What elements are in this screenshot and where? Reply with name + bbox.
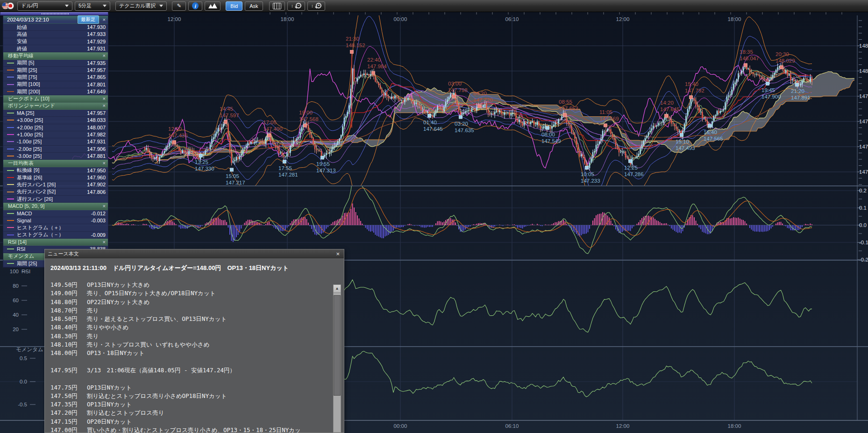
close-icon[interactable]: × xyxy=(103,204,106,209)
peak-annotation: 20:30 xyxy=(776,51,789,57)
order-price: 148.00円 xyxy=(50,349,87,358)
ask-button[interactable]: Ask xyxy=(245,1,263,11)
close-icon[interactable]: × xyxy=(103,17,106,22)
draw-tool-button[interactable]: ✎ xyxy=(172,1,186,11)
news-scrollbar[interactable]: ▲ xyxy=(333,284,341,433)
close-icon[interactable]: × xyxy=(103,240,106,245)
rsi-axis-label: 40 xyxy=(13,312,19,318)
indicator-label: 先行スパン1 [26] xyxy=(17,181,87,188)
time-axis-label-top: 12:00 xyxy=(616,16,630,22)
peak-annotation: 22:40 xyxy=(367,57,381,63)
close-icon[interactable]: × xyxy=(103,103,106,108)
line-color-swatch xyxy=(7,234,14,235)
peak-annotation: 21:30 xyxy=(346,36,359,42)
time-axis-label-bottom: 00:00 xyxy=(394,423,407,429)
peak-annotation: 147.490 xyxy=(263,126,283,132)
bottom-annotation: 147.313 xyxy=(316,168,336,173)
bottom-annotation: 10:05 xyxy=(581,171,594,177)
time-axis-label-bottom: 18:00 xyxy=(728,423,741,429)
momentum-axis-label: 0.0 xyxy=(20,379,27,384)
bottom-annotation: 147.281 xyxy=(278,172,298,177)
close-icon[interactable]: × xyxy=(103,96,106,101)
indicator-label: 先行スパン2 [52] xyxy=(17,188,87,195)
line-color-swatch xyxy=(7,248,14,249)
indicator-row: 期間 [25]147.957 xyxy=(3,67,108,74)
peak-marker xyxy=(690,96,693,99)
indicator-label: 遅行スパン [26] xyxy=(17,196,106,203)
bottom-marker xyxy=(585,166,589,170)
pencil-icon: ✎ xyxy=(177,3,181,9)
indicator-label: -1.00σ [25] xyxy=(17,139,87,144)
order-price: 148.40円 xyxy=(50,324,87,332)
line-color-swatch xyxy=(7,199,14,199)
indicator-value: 147.929 xyxy=(87,39,106,44)
bottom-annotation: 147.645 xyxy=(423,126,443,132)
chart-style-button[interactable] xyxy=(205,1,221,11)
peak-annotation: 148.047 xyxy=(740,56,759,61)
tick-chart-button[interactable] xyxy=(269,1,285,11)
chevron-down-icon xyxy=(159,5,163,7)
close-icon[interactable]: × xyxy=(103,53,106,58)
indicator-row: 転換線 [9]147.950 xyxy=(3,167,108,174)
peak-marker xyxy=(224,120,228,123)
news-order-line: 148.30円売り xyxy=(50,333,329,341)
indicator-value: -0.003 xyxy=(91,218,106,223)
indicator-label: +3.00σ [25] xyxy=(17,117,87,123)
bid-button[interactable]: Bid xyxy=(226,1,242,11)
pair-select[interactable]: ドル/円 xyxy=(17,1,72,11)
zoom-in-button[interactable]: ↕ + xyxy=(307,1,325,11)
bottom-marker xyxy=(708,124,711,128)
price-axis-label: 147. xyxy=(859,144,868,149)
ask-label: Ask xyxy=(249,3,258,9)
bottom-annotation: 147.549 xyxy=(541,138,561,144)
news-order-line: 147.20円割り込むとストップロス売り xyxy=(50,409,329,418)
timeframe-select[interactable]: 5分足 xyxy=(75,1,110,11)
time-axis-label-bottom: 12:00 xyxy=(616,423,630,429)
peak-marker xyxy=(563,113,567,116)
close-icon[interactable]: × xyxy=(334,251,341,257)
bottom-annotation: 01:40 xyxy=(423,120,437,125)
price-axis-label: 148. xyxy=(859,68,868,74)
close-icon[interactable]: × xyxy=(103,161,106,166)
technical-select-button[interactable]: テクニカル選択 xyxy=(115,1,167,11)
order-desc: OP22日NYカット大きめ xyxy=(87,298,149,307)
indicator-row: 先行スパン2 [52]147.806 xyxy=(3,189,108,196)
peak-annotation: 147.720 xyxy=(473,97,493,103)
order-price: 148.30円 xyxy=(50,333,87,341)
zoom-out-button[interactable]: ↕ − xyxy=(287,1,305,11)
scrollbar-thumb[interactable] xyxy=(334,295,341,396)
peak-annotation: 11:05 xyxy=(599,109,612,115)
scroll-up-icon[interactable]: ▲ xyxy=(334,285,341,293)
indicator-row: Signal-0.003 xyxy=(3,217,108,224)
indicator-row: MACD-0.012 xyxy=(3,210,108,217)
order-desc: OP13・18日NYカット xyxy=(87,349,145,358)
macd-axis-label: 0.1 xyxy=(859,205,867,211)
line-color-swatch xyxy=(7,77,14,78)
toolbar: ドル/円 5分足 テクニカル選択 ✎ i Bid Ask ↕ − ↕ + xyxy=(0,0,868,12)
indicator-row: 期間 [5]147.935 xyxy=(3,60,108,67)
bid-label: Bid xyxy=(230,3,238,9)
indicator-value: 147.933 xyxy=(87,31,106,37)
macd-axis-label: -0.1 xyxy=(859,240,868,245)
panel-drag-bar[interactable] xyxy=(0,12,108,15)
peak-annotation: 147.653 xyxy=(559,106,578,111)
order-price: 149.50円 xyxy=(50,281,87,290)
indicator-row: +2.00σ [25]148.007 xyxy=(3,124,108,131)
bottom-annotation: 19:55 xyxy=(316,161,330,167)
drag-grip-icon xyxy=(42,13,69,14)
indicator-value: 147.906 xyxy=(87,146,106,152)
peak-marker xyxy=(268,134,271,137)
indicator-section-header: MACD [5, 20, 9]× xyxy=(3,203,108,210)
indicator-value: 147.935 xyxy=(87,60,106,66)
zoom-out-icon: − xyxy=(295,3,301,9)
indicator-label: -2.00σ [25] xyxy=(17,146,87,152)
news-window-titlebar[interactable]: ニュース本文 × xyxy=(45,249,344,258)
news-order-line xyxy=(50,358,329,367)
bottom-marker xyxy=(321,156,324,159)
info-button[interactable]: i xyxy=(188,1,202,11)
news-order-line: 147.35円OP13日NYカット xyxy=(50,401,329,409)
us-flag-icon xyxy=(2,2,9,9)
line-color-swatch xyxy=(7,141,14,142)
line-color-swatch xyxy=(7,263,14,264)
bottom-annotation: 17:55 xyxy=(278,165,292,171)
